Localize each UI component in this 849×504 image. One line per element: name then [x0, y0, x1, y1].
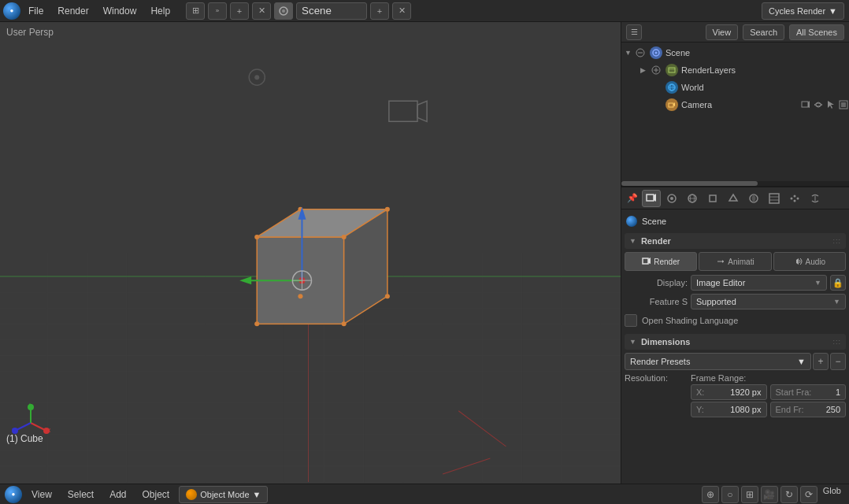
top-bar-right: Cycles Render ▼: [762, 2, 849, 20]
tree-item-camera[interactable]: Camera: [621, 96, 849, 113]
bottom-btn-1[interactable]: ⊕: [702, 486, 719, 503]
camera-render-icon[interactable]: [800, 99, 811, 110]
bottom-btn-3[interactable]: ⊞: [741, 486, 758, 503]
prop-tab-render[interactable]: [642, 190, 661, 207]
outliner-scrollbar[interactable]: [621, 181, 849, 186]
display-value-dropdown[interactable]: Image Editor ▼: [691, 275, 827, 291]
svg-marker-47: [298, 207, 306, 220]
prop-tab-object[interactable]: [703, 190, 722, 207]
svg-line-32: [458, 411, 506, 447]
tree-item-renderlayers[interactable]: ▶ RenderLayers: [621, 61, 849, 79]
prop-tab-material[interactable]: [744, 190, 763, 207]
bottom-menu-object[interactable]: Object: [136, 487, 176, 502]
prop-scene-header: Scene: [625, 213, 846, 230]
grid-icon-btn[interactable]: ⊞: [186, 2, 205, 20]
menu-render[interactable]: Render: [51, 4, 95, 18]
right-panels: ☰ View Search All Scenes ▼ Scene: [621, 22, 849, 484]
renderlayers-expand-icon[interactable]: ▶: [640, 66, 648, 74]
resolution-label: Resolution:: [625, 373, 688, 383]
bottom-btn-5[interactable]: ↻: [780, 486, 798, 503]
scene-minus-btn[interactable]: [636, 47, 647, 58]
x-field[interactable]: X: 1920 px: [691, 384, 767, 400]
start-fra-field[interactable]: Start Fra: 1: [770, 384, 847, 400]
render-section-dots: :::: [832, 237, 841, 245]
svg-point-69: [655, 52, 658, 54]
osl-checkbox[interactable]: [625, 314, 637, 327]
outliner-view-btn[interactable]: View: [706, 24, 739, 40]
prop-tab-world[interactable]: [683, 190, 702, 207]
svg-rect-86: [647, 195, 654, 201]
bottom-menu-view[interactable]: View: [25, 487, 58, 502]
prop-tab-texture[interactable]: [765, 190, 784, 207]
render-tab-audio[interactable]: Audio: [773, 252, 846, 271]
blender-logo-icon[interactable]: ●: [3, 2, 20, 20]
render-tab-anim[interactable]: Animati: [699, 252, 771, 271]
feature-row: Feature S Supported ▼: [625, 293, 846, 310]
bottom-btn-6[interactable]: ⟳: [800, 486, 817, 503]
prop-tab-constraints[interactable]: [806, 190, 825, 207]
tree-item-world[interactable]: World: [621, 79, 849, 96]
close-scene-btn[interactable]: ✕: [252, 2, 271, 20]
outliner-allscenes-btn[interactable]: All Scenes: [789, 24, 844, 40]
outliner-menu-icon[interactable]: ☰: [626, 24, 642, 40]
end-fr-field[interactable]: End Fr: 250: [770, 402, 847, 417]
render-section-title: Render: [641, 236, 829, 246]
camera-render2-icon[interactable]: [838, 99, 849, 110]
svg-point-39: [254, 321, 259, 326]
menu-window[interactable]: Window: [97, 4, 143, 18]
cycles-render-btn[interactable]: Cycles Render ▼: [762, 2, 844, 20]
cycles-dropdown-arrow: ▼: [829, 6, 837, 16]
camera-scene-icon[interactable]: [274, 2, 293, 20]
camera-visibility-icon[interactable]: [813, 99, 824, 110]
expand-icon-btn[interactable]: »: [208, 2, 227, 20]
y-end-row: Y: 1080 px End Fr: 250: [625, 402, 846, 417]
feature-value-dropdown[interactable]: Supported ▼: [691, 294, 846, 309]
main-area: User Persp (1) Cube X Y Z ☰ View Search …: [0, 22, 849, 484]
svg-rect-73: [669, 68, 675, 72]
end-label: End Fr:: [776, 405, 804, 414]
bottom-bar: ● View Select Add Object Object Mode ▼ ⊕…: [0, 484, 849, 504]
add-scene-btn[interactable]: +: [230, 2, 249, 20]
viewport[interactable]: User Persp (1) Cube X Y Z: [0, 22, 621, 484]
bottom-btn-4[interactable]: 🎥: [761, 486, 778, 503]
scene-name-input[interactable]: [296, 2, 367, 20]
prop-scene-label: Scene: [642, 217, 666, 226]
close-scene-x-btn[interactable]: ✕: [392, 2, 411, 20]
dimensions-section-header[interactable]: ▼ Dimensions :::: [625, 334, 846, 350]
prop-tab-scene[interactable]: [662, 190, 681, 207]
bottom-mode-dropdown[interactable]: Object Mode ▼: [179, 486, 268, 503]
menu-help[interactable]: Help: [144, 4, 176, 18]
y-field[interactable]: Y: 1080 px: [691, 402, 767, 417]
svg-point-100: [794, 195, 796, 197]
bottom-btn-2[interactable]: ○: [721, 486, 739, 503]
prop-tab-mesh[interactable]: [724, 190, 743, 207]
y-value: 1080 px: [730, 405, 761, 414]
renderlayers-plus-btn[interactable]: [651, 65, 662, 76]
display-lock-btn[interactable]: 🔒: [830, 275, 846, 291]
outliner-tree: ▼ Scene ▶: [621, 43, 849, 181]
tree-item-scene[interactable]: ▼ Scene: [621, 44, 849, 61]
bottom-blender-icon[interactable]: ●: [5, 486, 22, 503]
svg-point-40: [342, 321, 347, 326]
render-section-header[interactable]: ▼ Render :::: [625, 233, 846, 249]
bottom-menu-select[interactable]: Select: [61, 487, 100, 502]
prop-tab-particles[interactable]: [785, 190, 804, 207]
scene-expand-icon[interactable]: ▼: [625, 49, 632, 57]
camera-cursor-icon[interactable]: [825, 99, 836, 110]
render-tab-render[interactable]: Render: [625, 252, 697, 271]
render-presets-row: Render Presets ▼ + −: [625, 353, 846, 370]
svg-point-42: [385, 207, 390, 212]
menu-file[interactable]: File: [22, 4, 50, 18]
svg-marker-36: [344, 209, 387, 324]
pin-icon[interactable]: 📌: [625, 191, 640, 206]
outliner-search-btn[interactable]: Search: [743, 24, 784, 40]
renderlayers-label: RenderLayers: [681, 65, 736, 75]
render-presets-select[interactable]: Render Presets ▼: [625, 353, 811, 370]
top-bar: ● File Render Window Help ⊞ » + ✕ + ✕ Cy…: [0, 0, 849, 22]
svg-point-43: [385, 294, 390, 298]
svg-point-101: [797, 197, 799, 199]
preset-add-btn[interactable]: +: [813, 353, 829, 370]
bottom-menu-add[interactable]: Add: [103, 487, 132, 502]
add-scene-plus-btn[interactable]: +: [370, 2, 389, 20]
preset-remove-btn[interactable]: −: [830, 353, 846, 370]
